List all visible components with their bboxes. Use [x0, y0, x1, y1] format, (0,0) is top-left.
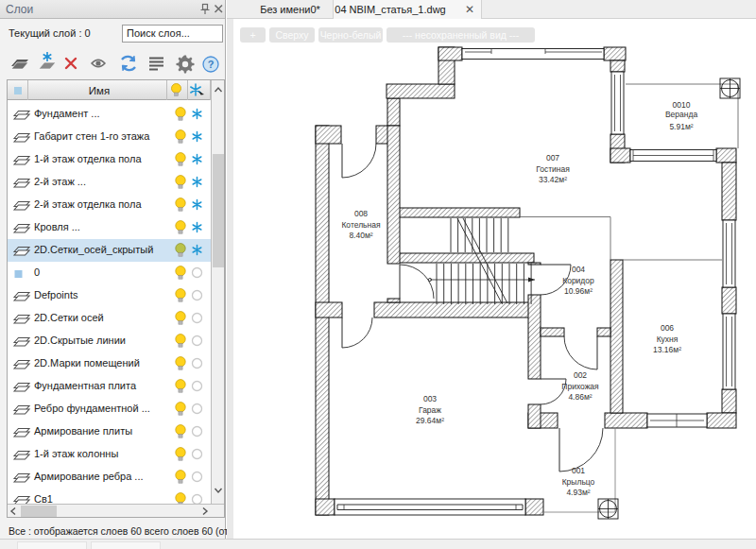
svg-text:Кухня: Кухня — [657, 335, 679, 344]
svg-text:29.64м²: 29.64м² — [416, 416, 444, 425]
svg-text:Крыльцо: Крыльцо — [562, 477, 595, 487]
svg-text:Гараж: Гараж — [419, 405, 441, 415]
svg-text:10.96м²: 10.96м² — [564, 286, 593, 296]
svg-text:4.93м²: 4.93м² — [566, 488, 590, 497]
svg-text:?: ? — [208, 59, 215, 70]
svg-text:008: 008 — [354, 209, 368, 218]
svg-text:007: 007 — [546, 153, 559, 163]
svg-text:Веранда: Веранда — [665, 110, 698, 119]
svg-text:001: 001 — [572, 466, 585, 475]
svg-text:006: 006 — [661, 323, 674, 333]
svg-text:Имя: Имя — [89, 85, 110, 96]
svg-text:003: 003 — [423, 394, 437, 403]
svg-text:Котельная: Котельная — [341, 220, 381, 230]
svg-text:0010: 0010 — [673, 100, 691, 110]
svg-text:4.86м²: 4.86м² — [568, 392, 592, 402]
svg-text:004: 004 — [572, 265, 585, 274]
svg-text:5.91м²: 5.91м² — [669, 122, 693, 131]
svg-text:Гостиная: Гостиная — [536, 164, 570, 174]
svg-text:002: 002 — [574, 370, 587, 380]
svg-text:33.42м²: 33.42м² — [539, 175, 567, 184]
svg-text:13.16м²: 13.16м² — [653, 345, 681, 354]
svg-text:Прихожая: Прихожая — [561, 382, 599, 391]
svg-text:Коридор: Коридор — [562, 276, 594, 285]
svg-text:8.40м²: 8.40м² — [349, 231, 372, 240]
